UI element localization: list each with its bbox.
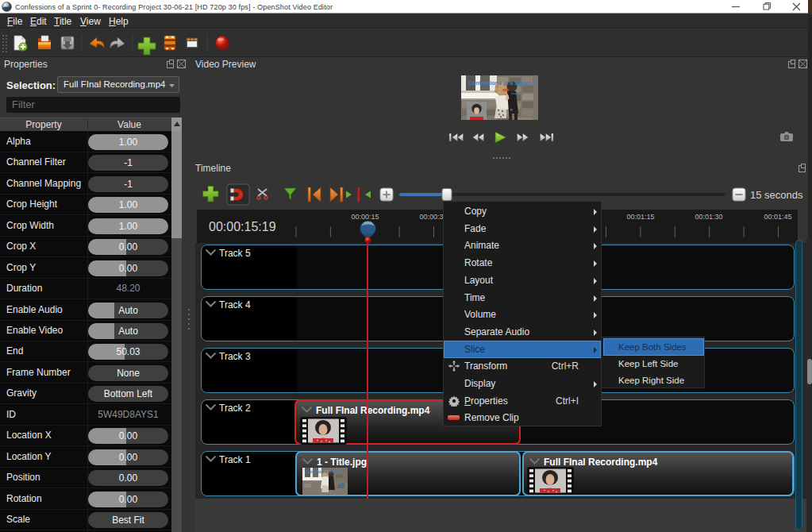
svg-text:Confessions of a Sprint 0: Confessions of a Sprint 0 bbox=[468, 80, 536, 87]
svg-text:Confessions of a Sprint: Confessions of a Sprint bbox=[306, 470, 346, 474]
svg-text:recording: recording bbox=[511, 92, 523, 95]
